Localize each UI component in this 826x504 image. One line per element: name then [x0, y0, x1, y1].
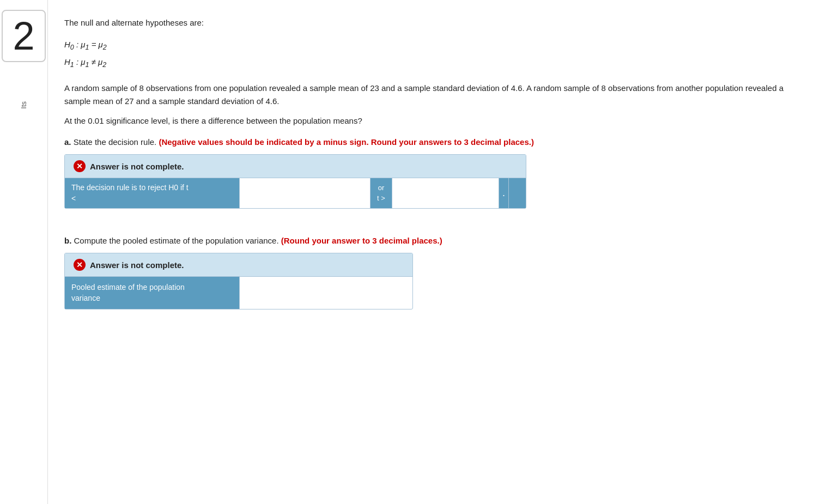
left-panel: 2 Its [0, 0, 48, 504]
intro-text: The null and alternate hypotheses are: [64, 16, 804, 29]
significance-text: At the 0.01 significance level, is there… [64, 116, 804, 125]
or-cell: or t > [370, 178, 392, 208]
sample-text: A random sample of 8 observations from o… [64, 82, 804, 109]
error-icon-a: ✕ [74, 160, 86, 172]
part-a-instruction: (Negative values should be indicated by … [159, 137, 534, 147]
side-label: Its [20, 101, 28, 109]
h1-line: H1 : μ1 ≠ μ2 [64, 54, 804, 72]
h1-label: H1 : μ1 ≠ μ2 [64, 54, 106, 72]
part-a-input2[interactable] [392, 178, 499, 208]
h0-label: H0 : μ1 = μ2 [64, 37, 107, 54]
part-b-instruction: (Round your answer to 3 decimal places.) [281, 236, 442, 245]
part-a-answer-box: ✕ Answer is not complete. The decision r… [64, 154, 526, 209]
error-icon-b: ✕ [74, 259, 86, 271]
h0-line: H0 : μ1 = μ2 [64, 37, 804, 54]
part-a-label: a. State the decision rule. (Negative va… [64, 137, 804, 147]
part-a-input1-cell[interactable] [239, 178, 370, 208]
part-b-answer-header: ✕ Answer is not complete. [65, 253, 412, 276]
hypothesis-block: H0 : μ1 = μ2 H1 : μ1 ≠ μ2 [64, 37, 804, 72]
part-b-section: b. Compute the pooled estimate of the po… [64, 236, 804, 309]
part-a-section: a. State the decision rule. (Negative va… [64, 137, 804, 209]
part-b-answer-box: ✕ Answer is not complete. Pooled estimat… [64, 253, 413, 309]
part-a-answer-row: The decision rule is to reject H0 if t <… [65, 178, 526, 208]
main-content: The null and alternate hypotheses are: H… [48, 0, 826, 504]
part-b-label: b. Compute the pooled estimate of the po… [64, 236, 804, 245]
part-a-input1[interactable] [240, 178, 370, 208]
part-b-input[interactable] [240, 277, 346, 309]
part-b-answer-row: Pooled estimate of the population varian… [65, 276, 412, 309]
pooled-label: Pooled estimate of the population varian… [65, 277, 239, 309]
blue-square-cell [508, 178, 526, 208]
part-a-answer-header: ✕ Answer is not complete. [65, 155, 526, 178]
question-number: 2 [13, 14, 34, 58]
question-number-box: 2 [2, 10, 45, 62]
dot-cell: . [499, 178, 508, 208]
part-a-input2-cell[interactable] [392, 178, 499, 208]
part-b-input-cell[interactable] [239, 277, 346, 309]
decision-rule-label: The decision rule is to reject H0 if t < [65, 178, 239, 208]
